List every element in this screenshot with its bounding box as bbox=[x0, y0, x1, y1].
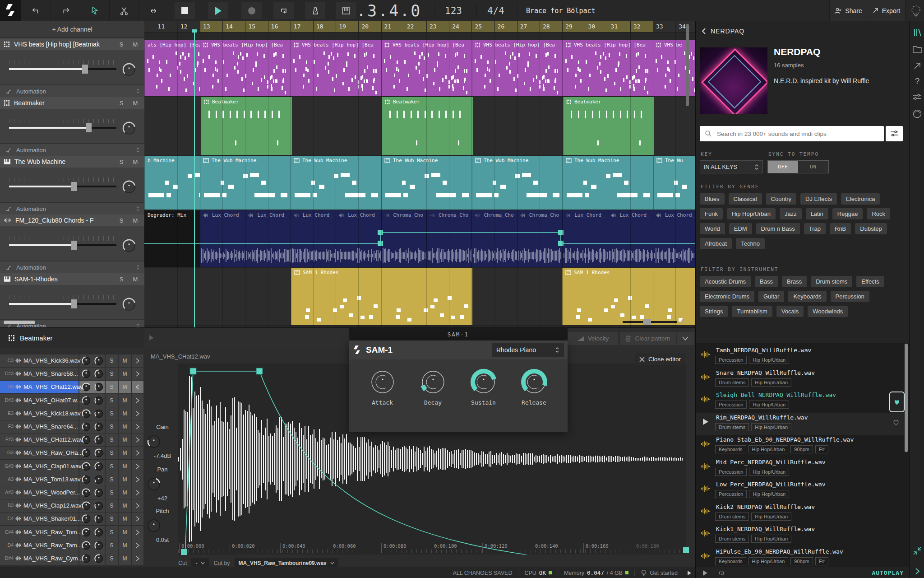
automation-stepper-icon[interactable] bbox=[136, 89, 140, 94]
row-pan-knob[interactable] bbox=[94, 356, 104, 366]
beatmaker-row[interactable]: F#3MA_VHS_CHat12.wavSM bbox=[0, 434, 143, 446]
timeline-clip[interactable]: The Wub Machine bbox=[563, 156, 654, 210]
row-volume-knob[interactable] bbox=[81, 448, 91, 458]
play-button[interactable] bbox=[208, 2, 228, 19]
row-volume-knob[interactable] bbox=[81, 369, 91, 379]
row-pan-knob[interactable] bbox=[94, 435, 104, 445]
channel-header[interactable]: FM_120_Club80 Chords - FSM bbox=[0, 214, 144, 226]
ruler-bar-15[interactable]: 15 bbox=[245, 21, 268, 32]
timeline-clip[interactable]: The Wu bbox=[653, 156, 695, 210]
mute-button[interactable]: M bbox=[131, 40, 140, 48]
row-expand-chevron[interactable] bbox=[132, 460, 143, 473]
pan-knob[interactable] bbox=[121, 238, 137, 253]
pan-knob[interactable] bbox=[121, 297, 137, 312]
row-mute-button[interactable]: M bbox=[119, 460, 131, 473]
ruler-bar-18[interactable]: 18 bbox=[313, 21, 336, 32]
adsr-knob-sustain[interactable]: Sustain bbox=[469, 368, 498, 432]
beatmaker-row[interactable]: A#3MA_VHS_WoodPer...SM bbox=[0, 486, 143, 499]
channel-header[interactable]: The Wub MachineSM bbox=[0, 156, 144, 168]
sample-row[interactable]: Kick1_NERDPAQ_WillRuffle.wavDrum stemsHi… bbox=[696, 524, 904, 546]
row-volume-knob[interactable] bbox=[81, 422, 91, 432]
row-solo-button[interactable]: S bbox=[106, 447, 118, 459]
row-pan-knob[interactable] bbox=[94, 514, 104, 524]
cut-tool-button[interactable] bbox=[109, 0, 139, 21]
beatmaker-row[interactable]: D#4MA_VHS_Raw_Cym...SM bbox=[0, 552, 143, 565]
instrument-chip-woodwinds[interactable]: Woodwinds bbox=[808, 306, 848, 317]
beatmaker-row[interactable]: C#3MA_VHS_Snare58...SM bbox=[0, 368, 143, 380]
instrument-chip-keyboards[interactable]: Keyboards bbox=[788, 291, 826, 302]
preview-loop-icon[interactable] bbox=[718, 570, 725, 576]
ruler-bar-21[interactable]: 21 bbox=[381, 21, 404, 32]
timeline-clip[interactable]: VHS beats [Hip hop] [Bea bbox=[472, 40, 563, 96]
favorite-button[interactable] bbox=[892, 419, 900, 426]
timeline-clip[interactable]: Beatmaker bbox=[563, 97, 654, 155]
genre-chip-techno[interactable]: Techno bbox=[736, 238, 765, 249]
beatmaker-row[interactable]: G3MA_VHS_Raw_OHa...SM bbox=[0, 447, 143, 459]
row-mute-button[interactable]: M bbox=[119, 526, 131, 539]
row-volume-knob[interactable] bbox=[81, 514, 91, 524]
zoom-slider-track[interactable] bbox=[623, 321, 677, 323]
solo-button[interactable]: S bbox=[117, 99, 126, 107]
pattern-play-icon[interactable] bbox=[149, 335, 154, 341]
row-expand-chevron[interactable] bbox=[132, 526, 143, 539]
collapse-editor-button[interactable] bbox=[677, 332, 694, 345]
ruler-bar-12[interactable]: 12 bbox=[177, 21, 200, 32]
tempo-display[interactable]: 123 bbox=[445, 0, 462, 21]
ruler-bar-23[interactable]: 23 bbox=[426, 21, 449, 32]
row-mute-button[interactable]: M bbox=[119, 486, 131, 499]
loop-button[interactable] bbox=[273, 2, 294, 19]
mute-button[interactable]: M bbox=[131, 216, 140, 224]
row-volume-knob[interactable] bbox=[81, 382, 91, 392]
sam1-dialog-tab[interactable]: SAM-1 bbox=[349, 328, 568, 340]
favorite-button[interactable] bbox=[889, 392, 905, 412]
genre-chip-funk[interactable]: Funk bbox=[700, 208, 723, 219]
genre-chip-edm[interactable]: EDM bbox=[729, 223, 752, 234]
rack-horizontal-scrollbar[interactable] bbox=[4, 321, 35, 324]
share-button[interactable]: Share bbox=[829, 0, 867, 21]
beatmaker-row[interactable]: D#3MA_VHS_OHat07.w...SM bbox=[0, 394, 143, 407]
automation-row[interactable]: Automation bbox=[0, 261, 144, 274]
preview-play-icon[interactable] bbox=[702, 570, 708, 576]
files-tab[interactable] bbox=[911, 43, 923, 55]
row-solo-button[interactable]: S bbox=[106, 460, 118, 473]
genre-chip-trap[interactable]: Trap bbox=[804, 223, 826, 234]
automation-stepper-icon[interactable] bbox=[136, 147, 140, 153]
instrument-chip-brass[interactable]: Brass bbox=[782, 276, 807, 287]
row-expand-chevron[interactable] bbox=[132, 381, 143, 393]
automation-stepper-icon[interactable] bbox=[136, 323, 140, 327]
pan-knob[interactable] bbox=[121, 121, 137, 136]
ruler-bar-22[interactable]: 22 bbox=[404, 21, 427, 32]
row-expand-chevron[interactable] bbox=[132, 420, 143, 433]
genre-chip-dj-effects[interactable]: DJ Effects bbox=[800, 193, 837, 205]
row-expand-chevron[interactable] bbox=[132, 552, 143, 565]
row-pan-knob[interactable] bbox=[94, 527, 104, 537]
row-pan-knob[interactable] bbox=[94, 488, 104, 498]
timeline-clip[interactable]: Beatmaker bbox=[201, 97, 292, 155]
adsr-knob-attack[interactable]: Attack bbox=[368, 368, 397, 432]
beatmaker-row[interactable]: D4MA_VHS_Raw_Tam...SM bbox=[0, 539, 143, 552]
automation-stepper-icon[interactable] bbox=[136, 206, 140, 211]
row-solo-button[interactable]: S bbox=[106, 368, 118, 380]
key-dropdown[interactable]: IN ALL KEYS bbox=[700, 160, 763, 173]
row-volume-knob[interactable] bbox=[81, 461, 91, 471]
volume-slider-handle[interactable] bbox=[82, 65, 88, 74]
adsr-knob-release[interactable]: Release bbox=[520, 368, 549, 432]
genre-chip-classical[interactable]: Classical bbox=[729, 193, 762, 205]
genre-chip-electronica[interactable]: Electronica bbox=[841, 193, 880, 205]
instrument-chip-guitar[interactable]: Guitar bbox=[758, 291, 784, 302]
clear-pattern-button[interactable]: Clear pattern bbox=[620, 332, 676, 345]
ruler-bar-25[interactable]: 25 bbox=[471, 21, 494, 32]
close-editor-button[interactable]: Close editor bbox=[635, 353, 685, 365]
volume-slider-handle[interactable] bbox=[86, 123, 92, 132]
sample-row[interactable]: Kick2_NERDPAQ_WillRuffle.wavDrum stemsHi… bbox=[696, 502, 904, 524]
solo-button[interactable]: S bbox=[117, 158, 126, 166]
row-mute-button[interactable]: M bbox=[119, 434, 131, 446]
export-button[interactable]: Export bbox=[867, 0, 906, 21]
genre-chip-world[interactable]: World bbox=[700, 223, 725, 234]
gain-knob[interactable] bbox=[147, 434, 178, 449]
row-pan-knob[interactable] bbox=[94, 475, 104, 485]
genre-chip-jazz[interactable]: Jazz bbox=[780, 208, 802, 219]
row-solo-button[interactable]: S bbox=[106, 486, 118, 499]
timeline-clip[interactable]: Lux_Chord_ bbox=[653, 210, 695, 267]
sample-row[interactable]: Snare_NERDPAQ_WillRuffle.wavDrum stemsHi… bbox=[696, 368, 904, 390]
